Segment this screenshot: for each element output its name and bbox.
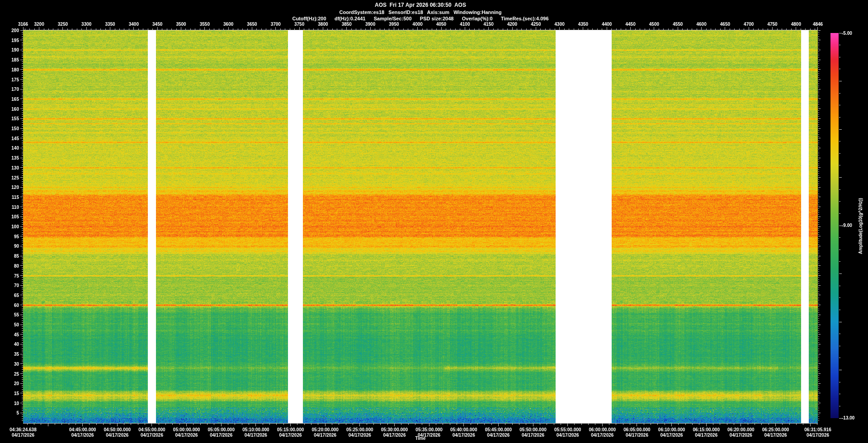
colorbar-axis-title: Amplitude(Log10(g^2/Hz)): [858, 198, 863, 254]
time-axis-title: Time: [415, 436, 425, 441]
params-line: Cutoff(Hz):200 df(Hz):0.2441 Sample/Sec:…: [0, 16, 841, 21]
colorbar-min-label: -13.00: [842, 415, 854, 420]
header: AOS Fri 17 Apr 2026 06:30:50 AOS CoordSy…: [0, 2, 841, 22]
spectrogram-plot-area[interactable]: [23, 30, 818, 423]
colorbar-mid-label: -9.00: [842, 223, 852, 228]
colorbar: [830, 33, 839, 418]
window-title: AOS Fri 17 Apr 2026 06:30:50 AOS: [0, 2, 841, 8]
colorbar-max-label: -5.00: [842, 31, 852, 36]
config-line: CoordSystem:es18 SensorID:es18 Axis:sum …: [0, 9, 841, 15]
aos-screen: { "header": { "title": "AOS Fri 17 Apr 2…: [0, 0, 868, 443]
